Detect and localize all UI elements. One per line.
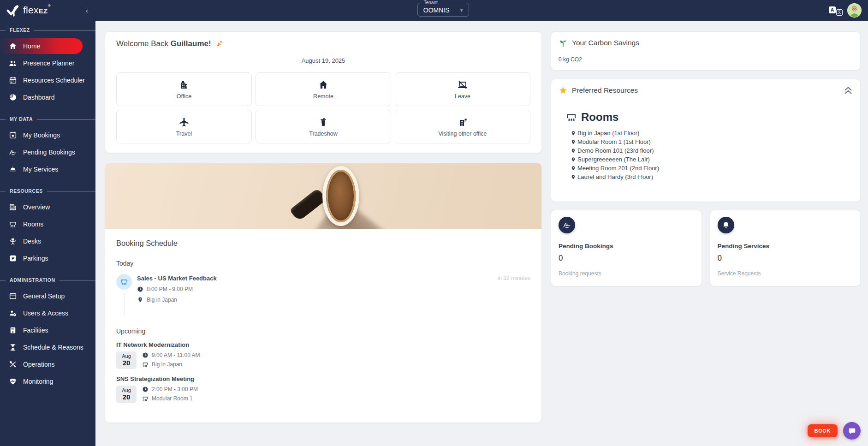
upcoming-event-row[interactable]: SNS Strategization Meeting Aug 20 2:00 P… <box>116 375 530 403</box>
sidebar-item-schedule-reasons[interactable]: Schedule & Reasons <box>0 339 95 355</box>
event-time-row: 9:00 AM - 11:00 AM <box>142 352 200 358</box>
location-pin-icon <box>137 297 143 303</box>
sidebar-item-desks[interactable]: Desks <box>0 233 95 249</box>
pending-services-card[interactable]: Pending Services 0 Service Requests <box>710 210 861 286</box>
tile-label: Office <box>177 93 191 100</box>
status-tile-office[interactable]: Office <box>116 72 252 106</box>
sidebar-item-users-access[interactable]: Users & Access <box>0 305 95 321</box>
cloche-icon <box>8 165 17 174</box>
section-label-administration: ADMINISTRATION <box>0 277 95 283</box>
today-event-row[interactable]: Sales - US Market Feedback 8:00 PM - 9:0… <box>116 274 530 315</box>
sidebar-item-pending-bookings[interactable]: Pending Bookings <box>0 144 95 160</box>
sidebar-item-monitoring[interactable]: Monitoring <box>0 374 95 389</box>
stats-row: Pending Bookings 0 Booking requests Pend… <box>551 210 861 286</box>
clock-icon <box>142 352 149 358</box>
topbar-actions: A 文 <box>829 0 862 21</box>
coffee-banner-image <box>105 163 541 229</box>
chevron-down-icon: ▼ <box>451 8 464 13</box>
bell-icon <box>718 217 734 233</box>
pending-bookings-card[interactable]: Pending Bookings 0 Booking requests <box>551 210 702 286</box>
room-name: Meeting Room 201 (2nd Floor) <box>577 165 659 172</box>
airplane-icon <box>178 117 190 128</box>
sidebar-item-operations[interactable]: Operations <box>0 357 95 372</box>
status-tile-leave[interactable]: Leave <box>395 72 530 106</box>
sidebar-nav: FLEXEZ Home Presence Planner Resources S… <box>0 21 95 446</box>
status-tile-tradeshow[interactable]: Tradeshow <box>256 110 391 143</box>
sidebar-item-resources-scheduler[interactable]: Resources Scheduler <box>0 72 95 88</box>
room-name: Supergreeeeeen (The Lair) <box>577 156 650 163</box>
booking-schedule-body: Booking Schedule Today Sales - US Market… <box>105 229 541 422</box>
badge-day: 20 <box>123 359 131 367</box>
section-label-flexez: FLEXEZ <box>0 27 95 33</box>
room-name: Demo Room 101 (23rd floor) <box>577 147 654 155</box>
stat-title: Pending Services <box>718 243 853 250</box>
sidebar-item-my-services[interactable]: My Services <box>0 161 95 177</box>
event-location: Big in Japan <box>147 297 177 303</box>
stat-subtitle: Service Requests <box>718 270 853 277</box>
status-tiles: Office Remote Leave Travel <box>116 72 530 143</box>
stat-title: Pending Bookings <box>559 243 694 250</box>
sidebar-item-dashboard[interactable]: Dashboard <box>0 89 95 105</box>
welcome-card: Welcome Back Guillaume! August 19, 2025 … <box>105 31 542 153</box>
desk-chair-icon <box>8 237 17 246</box>
clock-icon <box>137 286 143 292</box>
status-tile-remote[interactable]: Remote <box>256 72 391 106</box>
sidebar-item-label: Parkings <box>23 255 48 262</box>
section-label-my-data: MY DATA <box>0 116 95 122</box>
signature-icon <box>8 148 17 157</box>
current-date: August 19, 2025 <box>116 57 530 64</box>
topbar: Tenant OOMNIS ▼ A 文 <box>95 0 868 21</box>
room-name: Laurel and Hardy (3rd Floor) <box>577 173 653 181</box>
calendar-star-icon <box>8 131 17 140</box>
chat-fab-button[interactable] <box>843 422 861 440</box>
sidebar-collapse-icon[interactable]: ‹ <box>83 6 91 15</box>
registered-mark: ® <box>48 4 51 8</box>
sidebar-item-overview[interactable]: Overview <box>0 199 95 215</box>
sidebar-item-label: Facilities <box>23 327 48 334</box>
sidebar-item-rooms[interactable]: Rooms <box>0 216 95 232</box>
user-avatar[interactable] <box>847 3 862 18</box>
event-time: 2:00 PM - 3:00 PM <box>152 386 198 392</box>
event-countdown: in 32 minutes <box>498 274 530 315</box>
sidebar-header: flexEZ® ‹ <box>0 0 95 21</box>
event-time-row: 8:00 PM - 9:00 PM <box>137 286 217 292</box>
tenant-select[interactable]: Tenant OOMNIS ▼ <box>417 3 469 17</box>
facility-icon <box>8 326 17 335</box>
event-date-badge: Aug 20 <box>116 351 137 369</box>
user-gear-icon <box>8 309 17 318</box>
sidebar-item-label: Desks <box>23 238 41 245</box>
tile-label: Visiting other office <box>438 131 487 137</box>
collapse-chevrons-icon[interactable] <box>844 86 853 95</box>
home-icon <box>8 42 17 51</box>
sidebar-item-label: General Setup <box>23 292 65 300</box>
sidebar-item-home[interactable]: Home <box>0 38 83 54</box>
tile-label: Tradeshow <box>309 131 337 137</box>
event-time: 8:00 PM - 9:00 PM <box>147 286 193 292</box>
rooms-group-title: Rooms <box>581 111 618 124</box>
calendar-icon <box>8 76 17 85</box>
location-pin-icon <box>571 131 576 136</box>
book-button[interactable]: BOOK <box>808 424 838 437</box>
event-date-badge: Aug 20 <box>116 386 137 403</box>
status-tile-visiting-other-office[interactable]: Visiting other office <box>395 110 530 143</box>
drink-cup-icon <box>318 117 329 128</box>
logo-text: flexEZ® <box>23 5 51 16</box>
flexez-logo-icon <box>6 5 20 17</box>
sidebar-item-my-bookings[interactable]: My Bookings <box>0 127 95 143</box>
sidebar-item-presence-planner[interactable]: Presence Planner <box>0 55 95 71</box>
upcoming-event-row[interactable]: IT Network Modernization Aug 20 9:00 AM … <box>116 341 530 369</box>
event-title: IT Network Modernization <box>116 341 530 348</box>
room-list-item: Demo Room 101 (23rd floor) <box>571 147 853 155</box>
location-pin-icon <box>571 139 576 145</box>
sidebar-item-label: My Bookings <box>23 131 60 139</box>
sidebar: flexEZ® ‹ FLEXEZ Home Presence Planner R… <box>0 0 95 446</box>
party-popper-icon <box>216 40 223 50</box>
sidebar-item-general-setup[interactable]: General Setup <box>0 288 95 304</box>
sidebar-item-parkings[interactable]: P Parkings <box>0 250 95 266</box>
language-switcher-button[interactable]: A 文 <box>829 6 843 16</box>
status-tile-travel[interactable]: Travel <box>116 110 252 143</box>
greeting-prefix: Welcome Back <box>116 39 171 48</box>
tenant-select-value: OOMNIS <box>423 6 450 14</box>
window-icon <box>8 292 17 301</box>
sidebar-item-facilities[interactable]: Facilities <box>0 322 95 338</box>
